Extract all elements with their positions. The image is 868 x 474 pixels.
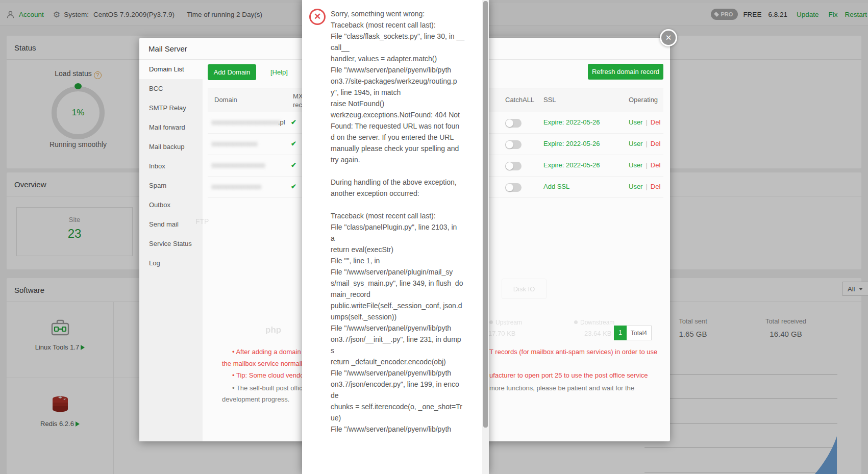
traceback-line: File "/www/server/panel/pyenv/lib/pyth: [331, 322, 483, 334]
ghost-upstream-value: 17.70 KB: [488, 330, 516, 337]
traceback-text: Sorry, something went wrong:Traceback (m…: [331, 8, 483, 435]
sidebar-item-service-status[interactable]: Service Status: [139, 234, 203, 254]
mx-check-icon: ✔: [291, 183, 296, 190]
traceback-line: s: [331, 345, 483, 356]
sidebar-item-mail-forward[interactable]: Mail forward: [139, 118, 203, 137]
domain-suffix: .pl: [278, 118, 285, 126]
traceback-line: return eval(execStr): [331, 244, 483, 255]
catchall-toggle[interactable]: [505, 183, 522, 192]
traceback-line: raise NotFound(): [331, 98, 483, 109]
scrollbar[interactable]: [482, 0, 489, 474]
notice-line: • The self-built post office v: [232, 384, 311, 392]
traceback-line: [331, 165, 483, 177]
page-number-button[interactable]: 1: [614, 326, 627, 340]
traceback-line: Traceback (most recent call last):: [331, 19, 483, 31]
ghost-upstream-label: Upstream: [489, 319, 522, 326]
notice-line: ufacturer to open port 25 to use the pos…: [489, 371, 648, 379]
sidebar-item-outbox[interactable]: Outbox: [139, 195, 203, 215]
column-header-catchall: CatchALL: [505, 96, 534, 104]
notice-line: T records (for mailbox anti-spam service…: [489, 348, 657, 356]
sidebar-item-spam[interactable]: Spam: [139, 176, 203, 195]
traceback-line: File "/www/server/panel/plugin/mail_sy: [331, 266, 483, 278]
delete-link[interactable]: Del: [651, 118, 661, 126]
scrollbar-thumb[interactable]: [483, 1, 488, 428]
sidebar-item-mail-backup[interactable]: Mail backup: [139, 137, 203, 157]
operation-separator: |: [642, 183, 650, 190]
ssl-status-link[interactable]: Expire: 2022-05-26: [543, 118, 600, 126]
row-operations: User|Del: [629, 183, 660, 190]
traceback-line: Found: The requested URL was not foun: [331, 120, 483, 132]
traceback-line: Sorry, something went wrong:: [331, 8, 483, 19]
ghost-ftp-text: FTP: [195, 217, 209, 226]
error-dialog: ✕ Sorry, something went wrong:Traceback …: [302, 0, 489, 474]
traceback-line: File "/www/server/panel/pyenv/lib/pyth: [331, 64, 483, 76]
ghost-downstream-label: Downstream: [574, 319, 614, 326]
pagination: 1 Total4: [614, 326, 652, 340]
notice-line: the mailbox service normally: [222, 360, 306, 367]
traceback-line: public.writeFile(self._session_conf, jso…: [331, 300, 483, 311]
delete-link[interactable]: Del: [651, 140, 661, 147]
delete-link[interactable]: Del: [651, 161, 661, 169]
traceback-line: handler, values = adapter.match(): [331, 53, 483, 64]
traceback-line: another exception occurred:: [331, 188, 483, 199]
user-link[interactable]: User: [629, 183, 642, 190]
notice-line: more functions, please be patient and wa…: [489, 384, 634, 392]
traceback-line: File "", line 1, in: [331, 255, 483, 266]
row-operations: User|Del: [629, 140, 660, 147]
delete-link[interactable]: Del: [651, 183, 661, 190]
traceback-line: manually please check your spelling and: [331, 143, 483, 154]
catchall-toggle[interactable]: [505, 119, 522, 128]
traceback-line: [331, 199, 483, 210]
traceback-line: chunks = self.iterencode(o, _one_shot=Tr: [331, 401, 483, 412]
operation-separator: |: [642, 140, 650, 147]
traceback-line: main_record: [331, 289, 483, 300]
traceback-line: return _default_encoder.encode(obj): [331, 356, 483, 367]
add-domain-button[interactable]: Add Domain: [208, 64, 256, 80]
modal-sidebar: Domain ListBCCSMTP RelayMail forwardMail…: [139, 60, 203, 441]
catchall-toggle[interactable]: [505, 140, 522, 149]
sidebar-item-domain-list[interactable]: Domain List: [139, 60, 203, 79]
notice-line: development progress.: [222, 395, 289, 403]
row-operations: User|Del: [629, 161, 660, 169]
help-link[interactable]: [Help]: [270, 68, 288, 76]
sidebar-item-log[interactable]: Log: [139, 254, 203, 273]
traceback-line: try again.: [331, 154, 483, 165]
traceback-line: on3.7/site-packages/werkzeug/routing.p: [331, 76, 483, 87]
domain-blurred: xxxxxxxxxxxxxxxxxx: [212, 118, 281, 126]
user-link[interactable]: User: [629, 118, 642, 126]
sidebar-item-send-mail[interactable]: Send mail: [139, 215, 203, 234]
sidebar-item-inbox[interactable]: Inbox: [139, 157, 203, 176]
traceback-line: During handling of the above exception,: [331, 177, 483, 188]
close-icon[interactable]: ✕: [660, 29, 677, 46]
pagination-total: Total4: [627, 326, 652, 340]
error-icon: ✕: [309, 9, 326, 25]
ghost-downstream-value: 23.64 KB: [584, 330, 612, 337]
ssl-status-link[interactable]: Add SSL: [543, 183, 569, 190]
column-header-operating: Operating: [629, 96, 658, 104]
ssl-status-link[interactable]: Expire: 2022-05-26: [543, 140, 600, 147]
column-header-domain: Domain: [214, 96, 237, 104]
ssl-status-link[interactable]: Expire: 2022-05-26: [543, 161, 600, 169]
legend-dot-icon: [574, 320, 578, 324]
operation-separator: |: [642, 118, 650, 126]
traceback-line: on3.7/json/encoder.py", line 199, in enc…: [331, 379, 483, 390]
operation-separator: |: [642, 161, 650, 169]
traceback-line: a: [331, 233, 483, 244]
ghost-php-text: php: [265, 325, 281, 335]
mx-check-icon: ✔: [291, 140, 296, 147]
notice-line: • After adding a domain na: [232, 348, 310, 356]
traceback-line: on3.7/json/__init__.py", line 231, in du…: [331, 334, 483, 345]
user-link[interactable]: User: [629, 140, 642, 147]
user-link[interactable]: User: [629, 161, 642, 169]
traceback-line: de: [331, 390, 483, 401]
traceback-line: werkzeug.exceptions.NotFound: 404 Not: [331, 109, 483, 120]
domain-blurred: xxxxxxxxxxxxx: [212, 183, 262, 190]
catchall-toggle[interactable]: [505, 162, 522, 170]
traceback-line: d on the server. If you entered the URL: [331, 132, 483, 143]
sidebar-item-smtp-relay[interactable]: SMTP Relay: [139, 98, 203, 118]
refresh-domain-record-button[interactable]: Refresh domain record: [588, 64, 663, 80]
ghost-disk-io-button: Disk IO: [502, 279, 547, 299]
sidebar-item-bcc[interactable]: BCC: [139, 79, 203, 98]
row-operations: User|Del: [629, 118, 660, 126]
traceback-line: File "class/panelPlugin.py", line 2103, …: [331, 221, 483, 233]
